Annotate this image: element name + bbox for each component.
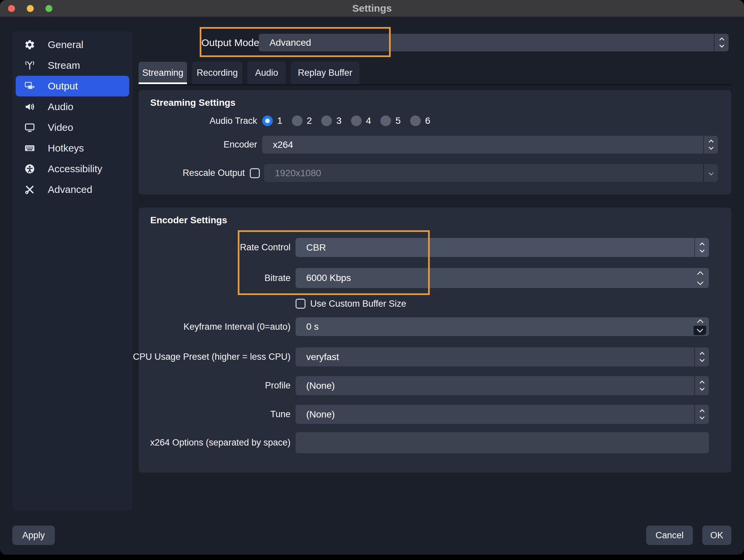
stepper-arrows[interactable] — [694, 238, 709, 257]
spin-arrows[interactable] — [692, 268, 709, 288]
output-icon — [23, 80, 36, 92]
spin-down-button-pressed[interactable] — [694, 326, 706, 335]
rate-control-label: Rate Control — [150, 242, 291, 253]
audio-track-radios: 1 2 3 4 5 6 — [262, 116, 430, 126]
rescale-output-row: Rescale Output 1920x1080 — [150, 164, 718, 182]
audio-track-option-5[interactable]: 5 — [380, 116, 401, 126]
encoder-select[interactable]: x264 — [262, 136, 718, 154]
use-custom-buffer-label: Use Custom Buffer Size — [310, 299, 406, 309]
cpu-usage-preset-select[interactable]: veryfast — [296, 348, 709, 366]
rescale-output-checkbox[interactable] — [250, 168, 260, 178]
sidebar-item-audio[interactable]: Audio — [16, 96, 129, 117]
sidebar-item-output[interactable]: Output — [16, 76, 129, 96]
keyframe-interval-value: 0 s — [296, 321, 319, 332]
audio-track-option-2[interactable]: 2 — [292, 116, 312, 126]
tab-label: Audio — [255, 68, 278, 78]
x264-options-row: x264 Options (separated by space) — [150, 432, 709, 453]
rescale-output-value: 1920x1080 — [264, 168, 321, 178]
rescale-output-select: 1920x1080 — [264, 164, 718, 182]
radio-icon — [292, 116, 302, 126]
sidebar-item-label: Video — [48, 122, 73, 133]
chevron-down-icon — [699, 414, 705, 420]
chevron-up-icon — [699, 409, 705, 414]
chevron-up-icon — [708, 139, 714, 145]
minimize-traffic-light-icon[interactable] — [27, 5, 34, 12]
rate-control-value: CBR — [296, 242, 326, 253]
tab-recording[interactable]: Recording — [192, 62, 243, 84]
chevron-down-icon — [697, 279, 704, 285]
chevron-up-icon — [697, 271, 704, 278]
cpu-usage-preset-row: CPU Usage Preset (higher = less CPU) ver… — [150, 348, 709, 366]
speaker-icon — [23, 101, 36, 113]
use-custom-buffer-checkbox[interactable] — [296, 299, 305, 309]
apply-button[interactable]: Apply — [12, 526, 55, 545]
x264-options-input[interactable] — [296, 432, 709, 453]
streaming-settings-title: Streaming Settings — [150, 97, 235, 108]
audio-track-option-3[interactable]: 3 — [321, 116, 342, 126]
settings-sidebar: General Stream Output Audio Video — [12, 31, 133, 511]
profile-label: Profile — [150, 381, 291, 391]
cpu-usage-preset-label: CPU Usage Preset (higher = less CPU) — [150, 352, 291, 362]
sidebar-item-video[interactable]: Video — [16, 117, 129, 138]
bitrate-spinbox[interactable]: 6000 Kbps — [296, 268, 709, 288]
profile-select[interactable]: (None) — [296, 376, 709, 395]
radio-icon — [351, 116, 362, 126]
tab-audio[interactable]: Audio — [248, 62, 286, 84]
stepper-arrows[interactable] — [694, 348, 709, 366]
tune-label: Tune — [150, 409, 291, 419]
cancel-button[interactable]: Cancel — [646, 526, 693, 545]
audio-track-option-4[interactable]: 4 — [351, 116, 371, 126]
sidebar-item-hotkeys[interactable]: Hotkeys — [16, 138, 129, 159]
sidebar-item-label: General — [48, 39, 83, 50]
sidebar-item-stream[interactable]: Stream — [16, 55, 129, 76]
rate-control-select[interactable]: CBR — [296, 238, 709, 257]
close-traffic-light-icon[interactable] — [8, 5, 15, 12]
ok-button[interactable]: OK — [702, 526, 731, 545]
tab-streaming[interactable]: Streaming — [139, 62, 187, 84]
encoder-row: Encoder x264 — [150, 136, 718, 154]
streaming-settings-group: Streaming Settings Audio Track 1 2 3 4 5… — [139, 90, 731, 195]
sidebar-item-label: Advanced — [48, 184, 92, 195]
sidebar-item-general[interactable]: General — [16, 34, 129, 55]
stepper-arrows[interactable] — [694, 405, 709, 424]
x264-options-label: x264 Options (separated by space) — [150, 438, 291, 448]
sidebar-item-advanced[interactable]: Advanced — [16, 179, 129, 200]
output-tabs: Streaming Recording Audio Replay Buffer — [139, 62, 359, 84]
use-custom-buffer-row: Use Custom Buffer Size — [150, 297, 709, 310]
chevron-down-icon — [699, 357, 705, 362]
window-title: Settings — [352, 3, 392, 14]
sidebar-item-label: Audio — [48, 101, 73, 113]
stepper-arrows[interactable] — [694, 376, 709, 395]
stepper-arrows[interactable] — [714, 34, 729, 51]
chevron-down-icon — [708, 170, 714, 176]
monitor-icon — [23, 122, 36, 133]
chevron-up-icon — [699, 352, 705, 357]
sidebar-item-accessibility[interactable]: Accessibility — [16, 159, 129, 179]
bitrate-label: Bitrate — [150, 273, 291, 283]
tab-label: Recording — [197, 68, 238, 78]
output-mode-select[interactable]: Advanced — [259, 34, 729, 51]
stepper-arrows — [703, 164, 718, 182]
tune-row: Tune (None) — [150, 405, 709, 424]
audio-track-option-6[interactable]: 6 — [410, 116, 431, 126]
tune-select[interactable]: (None) — [296, 405, 709, 424]
settings-window: Settings General Stream Output Audio — [0, 0, 744, 555]
gear-icon — [23, 39, 36, 50]
tune-value: (None) — [296, 409, 335, 420]
encoder-value: x264 — [262, 139, 293, 150]
tools-icon — [23, 184, 36, 195]
audio-track-label: Audio Track — [150, 116, 257, 126]
stepper-arrows[interactable] — [703, 136, 718, 154]
antenna-icon — [23, 60, 36, 71]
keyframe-interval-spinbox[interactable]: 0 s — [296, 317, 709, 336]
chevron-down-icon — [699, 386, 705, 391]
audio-track-option-1[interactable]: 1 — [262, 116, 283, 126]
audio-track-row: Audio Track 1 2 3 4 5 6 — [150, 114, 718, 127]
tab-replay-buffer[interactable]: Replay Buffer — [291, 62, 359, 84]
sidebar-item-label: Output — [48, 80, 78, 92]
sidebar-item-label: Stream — [48, 60, 80, 71]
zoom-traffic-light-icon[interactable] — [45, 5, 52, 12]
x264-options-field-wrap — [296, 432, 709, 453]
radio-icon — [410, 116, 421, 126]
titlebar: Settings — [0, 0, 744, 17]
